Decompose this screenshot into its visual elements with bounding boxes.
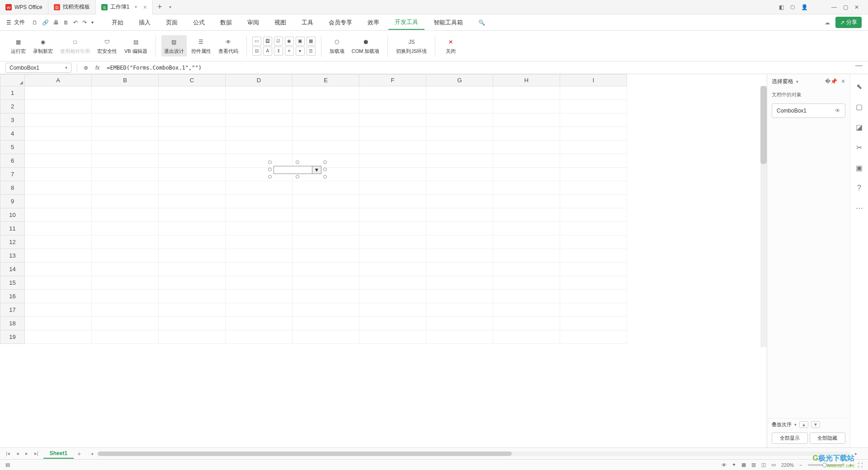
- row-header[interactable]: 2: [0, 100, 25, 113]
- cell[interactable]: [226, 290, 292, 303]
- ribbon-macro-security[interactable]: 🛡宏安全性: [94, 35, 120, 56]
- cell[interactable]: [92, 195, 159, 208]
- menu-start[interactable]: 开始: [105, 16, 130, 29]
- row-header[interactable]: 3: [0, 113, 25, 127]
- vscroll-thumb[interactable]: [760, 86, 767, 164]
- cell[interactable]: [92, 141, 159, 154]
- ribbon-close[interactable]: ✕关闭: [441, 35, 461, 56]
- pin-icon[interactable]: �📌: [825, 78, 837, 85]
- cell[interactable]: [560, 208, 627, 222]
- row-header[interactable]: 9: [0, 195, 25, 208]
- qat-dropdown-icon[interactable]: ▾: [91, 20, 94, 25]
- cell[interactable]: [159, 141, 226, 154]
- col-header[interactable]: E: [292, 75, 359, 86]
- cell[interactable]: [426, 86, 493, 100]
- resize-handle-sw[interactable]: [268, 175, 272, 179]
- row-header[interactable]: 13: [0, 249, 25, 263]
- control-label-icon[interactable]: A: [263, 47, 272, 56]
- cell[interactable]: [493, 263, 560, 276]
- cell[interactable]: [493, 317, 560, 330]
- cell[interactable]: [292, 303, 359, 317]
- col-header[interactable]: D: [226, 75, 292, 86]
- row-header[interactable]: 12: [0, 235, 25, 249]
- cell[interactable]: [25, 181, 92, 195]
- print-icon[interactable]: 🖶: [53, 19, 59, 26]
- cell[interactable]: [92, 222, 159, 235]
- cell[interactable]: [25, 168, 92, 181]
- col-header[interactable]: A: [25, 75, 92, 86]
- cell[interactable]: [493, 141, 560, 154]
- cell[interactable]: [292, 86, 359, 100]
- properties-icon[interactable]: ▢: [856, 103, 863, 111]
- tools-icon[interactable]: ✂: [856, 143, 862, 152]
- horizontal-scrollbar[interactable]: ◂ ▸: [91, 451, 857, 456]
- cell[interactable]: [560, 181, 627, 195]
- cell[interactable]: [25, 127, 92, 141]
- cell[interactable]: [226, 181, 292, 195]
- col-header[interactable]: B: [92, 75, 159, 86]
- row-header[interactable]: 1: [0, 86, 25, 100]
- control-button-icon[interactable]: ▭: [252, 37, 261, 46]
- view-normal-icon[interactable]: ▦: [741, 462, 746, 468]
- cell[interactable]: [226, 141, 292, 154]
- cell[interactable]: [560, 86, 627, 100]
- cell[interactable]: [159, 222, 226, 235]
- cell[interactable]: [426, 276, 493, 290]
- cell[interactable]: [560, 290, 627, 303]
- cell[interactable]: [292, 317, 359, 330]
- cell[interactable]: [92, 330, 159, 344]
- row-header[interactable]: 14: [0, 263, 25, 276]
- cell[interactable]: [560, 276, 627, 290]
- cell[interactable]: [25, 330, 92, 344]
- cell[interactable]: [159, 290, 226, 303]
- status-icon[interactable]: ▤: [5, 462, 10, 468]
- select-all-corner[interactable]: [0, 75, 25, 86]
- cell[interactable]: [226, 263, 292, 276]
- combobox-dropdown-icon[interactable]: ▼: [312, 166, 321, 174]
- cell[interactable]: [226, 113, 292, 127]
- control-list-icon[interactable]: ☰: [307, 47, 316, 56]
- cell[interactable]: [359, 208, 426, 222]
- cell[interactable]: [292, 290, 359, 303]
- vertical-scrollbar[interactable]: [760, 86, 767, 347]
- cell[interactable]: [493, 181, 560, 195]
- cell[interactable]: [493, 235, 560, 249]
- cell[interactable]: [359, 276, 426, 290]
- cell[interactable]: [159, 181, 226, 195]
- cell[interactable]: [159, 86, 226, 100]
- panel-icon[interactable]: ◧: [779, 4, 784, 10]
- row-header[interactable]: 7: [0, 168, 25, 181]
- cell[interactable]: [159, 154, 226, 168]
- name-box[interactable]: ComboBox1 ▾: [5, 63, 71, 73]
- menu-devtools[interactable]: 开发工具: [388, 15, 425, 30]
- cell[interactable]: [25, 100, 92, 113]
- cell[interactable]: [560, 154, 627, 168]
- cell[interactable]: [25, 113, 92, 127]
- cell[interactable]: [292, 127, 359, 141]
- cell[interactable]: [359, 141, 426, 154]
- row-header[interactable]: 19: [0, 330, 25, 344]
- ribbon-vb-editor[interactable]: ▤VB 编辑器: [122, 35, 150, 56]
- menu-data[interactable]: 数据: [214, 16, 238, 29]
- resize-handle-e[interactable]: [323, 168, 327, 171]
- resize-handle-w[interactable]: [268, 168, 272, 171]
- cell[interactable]: [25, 86, 92, 100]
- close-icon[interactable]: ✕: [854, 4, 859, 10]
- cell[interactable]: [92, 276, 159, 290]
- cell[interactable]: [159, 113, 226, 127]
- cell[interactable]: [560, 222, 627, 235]
- cell[interactable]: [493, 330, 560, 344]
- cell[interactable]: [493, 100, 560, 113]
- zoom-value[interactable]: 220%: [781, 462, 794, 468]
- cell[interactable]: [25, 317, 92, 330]
- cell[interactable]: [226, 303, 292, 317]
- cell[interactable]: [560, 263, 627, 276]
- cell[interactable]: [359, 195, 426, 208]
- cloud-icon[interactable]: ☁: [825, 19, 830, 26]
- formula-input[interactable]: =EMBED("Forms.ComboBox.1",""): [103, 65, 868, 71]
- maximize-icon[interactable]: ▢: [843, 4, 848, 10]
- tab-workbook[interactable]: S 工作簿1 • ×: [96, 0, 153, 14]
- col-header[interactable]: C: [159, 75, 226, 86]
- eye-status-icon[interactable]: 👁: [722, 462, 726, 468]
- cell[interactable]: [426, 113, 493, 127]
